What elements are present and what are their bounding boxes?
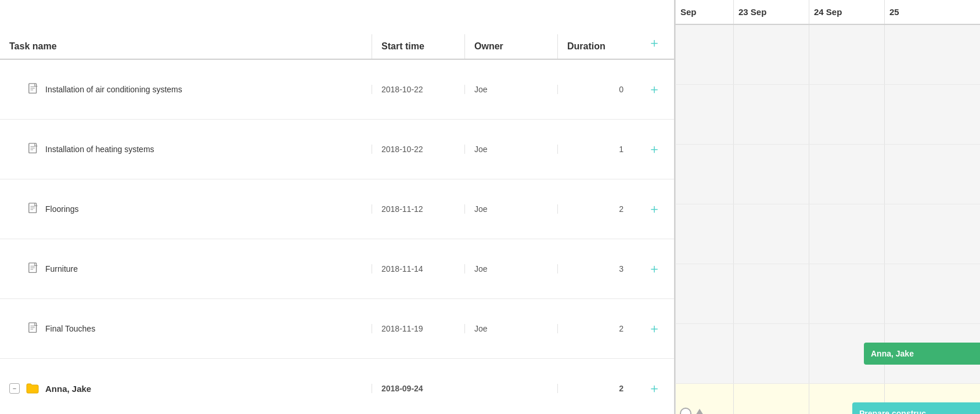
task-add-cell[interactable]: ＋	[633, 203, 674, 215]
gantt-bar-prepare: Prepare construc...	[852, 402, 980, 414]
task-table: Task name Start time Owner Duration ＋ In…	[0, 0, 675, 414]
add-task-button[interactable]: ＋	[648, 262, 661, 275]
gantt-cell	[733, 384, 809, 414]
task-name-cell: Final Touches	[0, 322, 372, 335]
task-name-text: Anna, Jake	[45, 384, 91, 394]
task-rows: Installation of air conditioning systems…	[0, 60, 674, 414]
gantt-row	[675, 145, 980, 204]
gantt-cell	[809, 85, 884, 144]
task-name-text: Final Touches	[45, 324, 95, 333]
gantt-cell	[733, 25, 809, 84]
gantt-cell	[675, 25, 733, 84]
col-header-add[interactable]: ＋	[633, 27, 675, 59]
task-name-text: Installation of air conditioning systems	[45, 85, 182, 94]
gantt-cell	[809, 145, 884, 204]
task-duration-cell: 2	[557, 384, 633, 393]
gantt-cell	[733, 324, 809, 383]
gantt-row-anna-group: Anna, Jake	[675, 324, 980, 384]
task-name-text: Furniture	[45, 264, 78, 273]
gantt-cell	[884, 204, 942, 264]
gantt-cell	[809, 25, 884, 84]
col-header-duration: Duration	[557, 34, 633, 59]
task-name-text: Floorings	[45, 204, 79, 214]
gantt-date-23sep: 23 Sep	[733, 0, 809, 24]
task-starttime-cell: 2018-10-22	[372, 85, 464, 94]
task-add-cell[interactable]: ＋	[633, 83, 674, 96]
task-name-cell: Furniture	[0, 262, 372, 275]
task-name-cell: Floorings	[0, 203, 372, 215]
gantt-body: Anna, Jake Prepare construc...	[675, 25, 980, 414]
gantt-cell	[884, 25, 942, 84]
task-starttime-cell: 2018-10-22	[372, 145, 464, 154]
task-name-cell: Installation of heating systems	[0, 143, 372, 156]
gantt-date-25: 25	[884, 0, 942, 24]
task-owner-cell: Joe	[464, 145, 557, 154]
add-task-button[interactable]: ＋	[648, 382, 661, 395]
document-icon	[28, 262, 39, 275]
task-duration-cell: 3	[557, 264, 633, 273]
gantt-cell	[809, 204, 884, 264]
gantt-bar-anna: Anna, Jake	[864, 343, 980, 365]
task-owner-cell: Joe	[464, 264, 557, 273]
document-icon	[28, 203, 39, 215]
task-duration-cell: 0	[557, 85, 633, 94]
gantt-row	[675, 264, 980, 324]
table-header: Task name Start time Owner Duration ＋	[0, 0, 674, 60]
table-row: Furniture 2018-11-14 Joe 3 ＋	[0, 239, 674, 299]
gantt-cell	[884, 85, 942, 144]
add-task-button[interactable]: ＋	[648, 203, 661, 215]
gantt-cell	[675, 145, 733, 204]
task-duration-cell: 1	[557, 145, 633, 154]
task-name-text: Installation of heating systems	[45, 145, 154, 154]
table-row: Final Touches 2018-11-19 Joe 2 ＋	[0, 299, 674, 359]
gantt-cell	[733, 145, 809, 204]
document-icon	[28, 143, 39, 156]
table-row: Installation of heating systems 2018-10-…	[0, 120, 674, 179]
task-owner-cell: Joe	[464, 85, 557, 94]
gantt-cell	[675, 324, 733, 383]
task-starttime-cell: 2018-11-14	[372, 264, 464, 273]
task-owner-cell: Joe	[464, 324, 557, 333]
gantt-cell	[675, 204, 733, 264]
col-header-starttime: Start time	[372, 34, 464, 59]
task-starttime-cell: 2018-09-24	[372, 384, 464, 393]
gantt-date-sep: Sep	[675, 0, 733, 24]
gantt-cell	[884, 264, 942, 323]
add-task-button[interactable]: ＋	[648, 143, 661, 156]
collapse-button[interactable]: −	[9, 383, 20, 394]
task-name-cell: Installation of air conditioning systems	[0, 83, 372, 96]
gantt-cell	[809, 264, 884, 323]
gantt-date-24sep: 24 Sep	[809, 0, 884, 24]
table-row: Floorings 2018-11-12 Joe 2 ＋	[0, 179, 674, 239]
document-icon	[28, 322, 39, 335]
col-header-owner: Owner	[464, 34, 557, 59]
task-add-cell[interactable]: ＋	[633, 322, 674, 335]
gantt-cell	[733, 204, 809, 264]
task-duration-cell: 2	[557, 204, 633, 214]
task-add-cell[interactable]: ＋	[633, 262, 674, 275]
task-owner-cell: Joe	[464, 204, 557, 214]
gantt-header: Sep 23 Sep 24 Sep 25	[675, 0, 980, 25]
gantt-cell	[733, 85, 809, 144]
add-task-button[interactable]: ＋	[648, 322, 661, 335]
folder-icon	[26, 383, 39, 394]
task-add-cell[interactable]: ＋	[633, 382, 674, 395]
table-row: Installation of air conditioning systems…	[0, 60, 674, 120]
gantt-cell	[733, 264, 809, 323]
milestone-triangle	[694, 409, 705, 414]
col-header-taskname: Task name	[0, 34, 372, 59]
task-duration-cell: 2	[557, 324, 633, 333]
gantt-row	[675, 204, 980, 264]
add-column-button[interactable]: ＋	[648, 34, 661, 52]
task-add-cell[interactable]: ＋	[633, 143, 674, 156]
gantt-container: Task name Start time Owner Duration ＋ In…	[0, 0, 980, 414]
gantt-row-prepare: Prepare construc...	[675, 384, 980, 414]
document-icon	[28, 83, 39, 96]
table-row-group: − Anna, Jake 2018-09-24 2 ＋	[0, 359, 674, 414]
task-starttime-cell: 2018-11-19	[372, 324, 464, 333]
task-name-cell: − Anna, Jake	[0, 383, 372, 394]
gantt-row	[675, 85, 980, 145]
add-task-button[interactable]: ＋	[648, 83, 661, 96]
gantt-cell	[884, 145, 942, 204]
gantt-panel: Sep 23 Sep 24 Sep 25	[675, 0, 980, 414]
